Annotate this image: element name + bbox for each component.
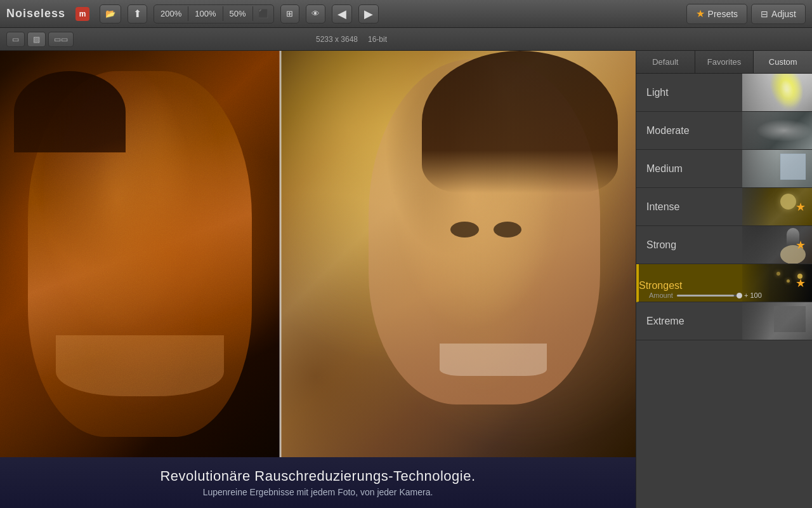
- preset-item-moderate[interactable]: Moderate: [636, 112, 812, 150]
- caption-sub-text: Lupenreine Ergebnisse mit jedem Foto, vo…: [203, 487, 433, 497]
- view-single-button[interactable]: ▭: [6, 32, 25, 47]
- preset-item-light[interactable]: Light: [636, 74, 812, 112]
- preset-star-strong: ★: [796, 238, 806, 252]
- split-divider[interactable]: [280, 51, 281, 457]
- grid-icon: ⊞: [286, 9, 293, 18]
- nav-back-button[interactable]: ◀: [332, 4, 352, 23]
- preset-label-extreme: Extreme: [636, 316, 812, 327]
- nav-forward-button[interactable]: ▶: [358, 4, 379, 23]
- amount-value: + 100: [744, 291, 762, 299]
- photo-right-clean: [280, 51, 636, 457]
- preset-list: Light Moderate Medium: [636, 74, 812, 508]
- photo-left-noisy: [0, 51, 280, 457]
- view-single-icon: ▭: [12, 35, 19, 44]
- amount-label: Amount: [649, 291, 673, 299]
- secondary-bar: ▭ ▨ ▭▭ 5233 x 3648 16-bit: [0, 28, 812, 51]
- preset-star-strongest: ★: [796, 276, 806, 290]
- preset-amount: Amount + 100: [649, 291, 812, 299]
- eye-icon: 👁: [311, 9, 320, 18]
- folder-icon: 📂: [105, 9, 115, 18]
- image-size: 5233 x 3648: [316, 35, 358, 44]
- view-split-icon: ▨: [33, 35, 40, 44]
- tab-favorites-label: Favorites: [707, 57, 741, 67]
- preset-star-intense: ★: [796, 200, 806, 214]
- zoom-200-button[interactable]: 200%: [154, 6, 188, 21]
- image-area: Revolutionäre Rauschreduzierungs-Technol…: [0, 51, 636, 508]
- main-area: Revolutionäre Rauschreduzierungs-Technol…: [0, 51, 812, 508]
- amount-handle: [737, 293, 742, 298]
- tab-custom-label: Custom: [769, 57, 797, 67]
- zoom-50-button[interactable]: 50%: [223, 6, 253, 21]
- zoom-100-button[interactable]: 100%: [188, 6, 223, 21]
- presets-label: Presets: [708, 9, 738, 19]
- preset-label-medium: Medium: [636, 163, 812, 175]
- macromates-badge: m: [75, 7, 89, 21]
- open-folder-button[interactable]: 📂: [100, 4, 121, 23]
- preset-label-moderate: Moderate: [636, 125, 812, 137]
- view-compare-button[interactable]: ▭▭: [48, 32, 74, 47]
- zoom-group: 200% 100% 50% ⬛: [154, 4, 274, 23]
- zoom-fit-button[interactable]: ⬛: [253, 6, 273, 21]
- bit-depth: 16-bit: [368, 35, 387, 44]
- face-left: [28, 71, 252, 437]
- preset-thumb-light: [742, 74, 812, 111]
- preset-item-medium[interactable]: Medium: [636, 150, 812, 188]
- sidebar: Default Favorites Custom Light Moderate: [636, 51, 812, 508]
- preset-item-intense[interactable]: Intense ★: [636, 188, 812, 226]
- tab-custom[interactable]: Custom: [754, 51, 812, 73]
- view-compare-icon: ▭▭: [54, 35, 68, 44]
- tab-default[interactable]: Default: [636, 51, 695, 73]
- app-title: Noiseless: [6, 7, 65, 20]
- view-split-button[interactable]: ▨: [27, 32, 46, 47]
- photo-container: [0, 51, 636, 457]
- tab-favorites[interactable]: Favorites: [695, 51, 754, 73]
- adjust-label: Adjust: [771, 9, 796, 19]
- amount-fill: [677, 295, 734, 297]
- titlebar: Noiseless m 📂 ⬆ 200% 100% 50% ⬛ ⊞ 👁 ◀ ▶ …: [0, 0, 812, 28]
- sliders-icon: ⊟: [761, 9, 768, 19]
- grid-view-button[interactable]: ⊞: [280, 4, 299, 23]
- right-buttons: ★ Presets ⊟ Adjust: [686, 4, 806, 24]
- preset-item-strong[interactable]: Strong ★: [636, 226, 812, 264]
- preset-label-intense: Intense: [636, 201, 796, 213]
- tab-default-label: Default: [652, 57, 678, 67]
- adjust-button[interactable]: ⊟ Adjust: [751, 4, 806, 24]
- amount-track[interactable]: [677, 295, 740, 297]
- preset-item-extreme[interactable]: Extreme: [636, 302, 812, 340]
- preset-label-strongest: Strongest: [639, 280, 796, 291]
- caption-area: Revolutionäre Rauschreduzierungs-Technol…: [0, 457, 636, 508]
- caption-main-text: Revolutionäre Rauschreduzierungs-Technol…: [160, 468, 475, 485]
- zoom-fit-icon: ⬛: [258, 9, 268, 18]
- star-icon: ★: [696, 8, 705, 20]
- preset-label-light: Light: [636, 87, 742, 98]
- preset-item-strongest[interactable]: Strongest Amount + 100 ★: [636, 264, 812, 302]
- preset-label-strong: Strong: [636, 239, 796, 251]
- share-icon: ⬆: [133, 8, 141, 20]
- sidebar-tabs: Default Favorites Custom: [636, 51, 812, 74]
- preview-button[interactable]: 👁: [306, 4, 325, 23]
- share-button[interactable]: ⬆: [128, 4, 147, 23]
- view-group: ▭ ▨ ▭▭: [6, 32, 74, 47]
- image-info: 5233 x 3648 16-bit: [316, 35, 387, 44]
- presets-button[interactable]: ★ Presets: [686, 4, 747, 24]
